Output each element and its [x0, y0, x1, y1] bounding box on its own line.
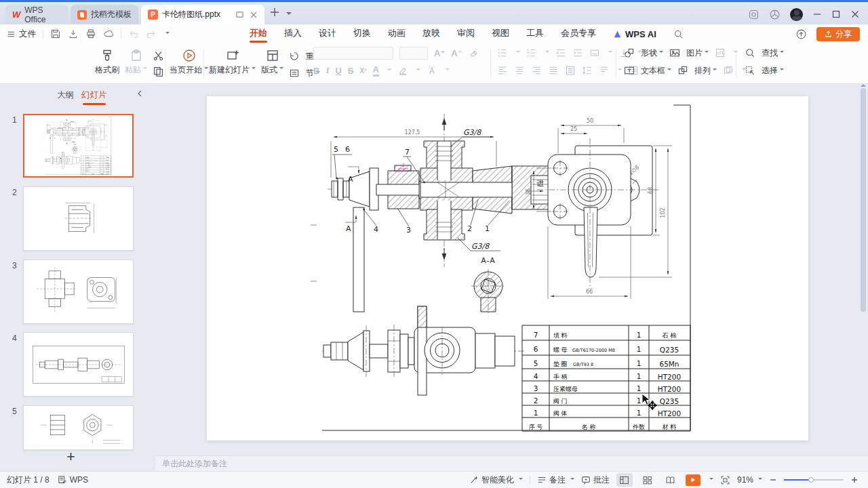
align-center-icon[interactable] — [514, 65, 525, 76]
distribute-icon[interactable] — [565, 65, 576, 76]
line-spacing-icon[interactable] — [582, 65, 593, 76]
zoom-slider-knob[interactable] — [808, 477, 814, 483]
slide-sorter-view-button[interactable] — [639, 473, 656, 487]
tab-design[interactable]: 设计 — [319, 24, 336, 43]
bold-button[interactable]: B — [313, 66, 319, 76]
tab-insert[interactable]: 插入 — [284, 24, 302, 43]
tab-animation[interactable]: 动画 — [388, 24, 406, 43]
tab-slideshow[interactable]: 放映 — [422, 24, 440, 43]
slide-thumbnail-1[interactable] — [23, 114, 134, 178]
add-slide-button[interactable]: + — [66, 450, 75, 464]
redo-icon[interactable] — [146, 28, 157, 39]
increase-indent-icon[interactable] — [572, 47, 583, 58]
spellcheck-status[interactable]: WPS — [58, 475, 88, 485]
find-button[interactable]: 查找 — [745, 46, 784, 60]
align-left-icon[interactable] — [497, 65, 508, 76]
comments-button[interactable]: 批注 — [581, 474, 610, 486]
zoom-slider[interactable] — [784, 479, 844, 481]
slide-layout-button[interactable]: 版式 — [261, 46, 283, 76]
phonetic-guide-icon[interactable] — [427, 65, 437, 76]
share-button[interactable]: 分享 — [816, 27, 860, 41]
minimize-button[interactable] — [812, 9, 822, 19]
slide-thumbnail-3[interactable] — [23, 260, 134, 324]
slide-canvas[interactable] — [207, 96, 808, 441]
zoom-out-button[interactable] — [769, 476, 777, 484]
decrease-font-button[interactable]: A⁻ — [451, 48, 462, 58]
bullet-list-icon[interactable] — [497, 47, 508, 58]
undo-icon[interactable] — [128, 28, 139, 39]
tab-home[interactable]: 开始 — [250, 24, 267, 43]
new-slide-button[interactable]: 新建幻灯片 — [209, 46, 256, 76]
italic-button[interactable]: I — [326, 65, 329, 76]
slide-thumbnail-4[interactable] — [23, 332, 134, 396]
font-family-select[interactable] — [313, 47, 393, 60]
cut-button[interactable] — [153, 50, 164, 62]
cloud-sync-icon[interactable] — [103, 28, 114, 39]
reading-view-button[interactable] — [663, 473, 679, 487]
scroll-up-arrow[interactable] — [861, 81, 866, 87]
slide-thumbnail-5[interactable] — [23, 405, 134, 450]
zoom-in-button[interactable] — [850, 476, 859, 484]
notes-pane[interactable]: 单击此处添加备注 — [155, 455, 868, 471]
strikethrough-button[interactable]: S — [348, 66, 354, 76]
fit-slide-icon[interactable] — [720, 475, 730, 485]
smart-beautify-button[interactable]: 智能美化 — [469, 474, 523, 486]
tab-list-dropdown[interactable] — [286, 12, 292, 18]
tab-wps-home[interactable]: W WPS Office — [5, 5, 68, 24]
history-dropdown[interactable] — [165, 32, 170, 36]
tab-membership[interactable]: 会员专享 — [561, 24, 596, 43]
close-window-button[interactable] — [850, 9, 860, 19]
collapse-panel-icon[interactable] — [136, 89, 144, 98]
paste-button[interactable]: 粘贴 — [125, 46, 147, 76]
detach-window-icon[interactable] — [235, 10, 244, 19]
search-icon[interactable] — [673, 29, 684, 39]
arrange-button[interactable]: 排列 — [677, 64, 717, 77]
align-right-icon[interactable] — [531, 65, 542, 76]
merge-shapes-button[interactable] — [723, 64, 746, 77]
close-tab-icon[interactable] — [250, 11, 258, 19]
theme-icon[interactable] — [769, 9, 781, 20]
user-avatar[interactable] — [790, 8, 803, 21]
save-icon[interactable] — [50, 28, 61, 39]
copy-button[interactable] — [153, 66, 164, 77]
tab-document[interactable]: P 卡伦特图纸.pptx — [141, 5, 264, 24]
underline-button[interactable]: U — [335, 66, 341, 76]
character-border-icon[interactable] — [589, 47, 600, 58]
tab-review[interactable]: 审阅 — [457, 24, 475, 43]
shapes-button[interactable]: 形状 — [624, 46, 663, 60]
chart-button[interactable] — [715, 46, 738, 60]
slideshow-play-button[interactable] — [686, 474, 701, 486]
wps-ai-button[interactable]: WPS AI — [613, 29, 656, 39]
clear-format-icon[interactable] — [469, 47, 479, 58]
normal-view-button[interactable] — [616, 473, 633, 487]
select-button[interactable]: 选择 — [745, 64, 784, 77]
decrease-indent-icon[interactable] — [555, 47, 566, 58]
picture-button[interactable]: 图片 — [669, 46, 709, 60]
workspace-icon[interactable] — [748, 9, 760, 20]
upload-cloud-icon[interactable] — [795, 28, 807, 40]
font-size-select[interactable] — [399, 47, 428, 60]
export-icon[interactable] — [68, 28, 79, 39]
print-icon[interactable] — [85, 28, 96, 39]
highlight-color-icon[interactable] — [397, 65, 408, 76]
slide-thumbnail-2[interactable] — [23, 186, 134, 251]
font-color-button[interactable]: A — [373, 64, 379, 77]
maximize-button[interactable] — [831, 9, 841, 19]
textbox-button[interactable]: 文本框 — [624, 64, 671, 77]
tab-tools[interactable]: 工具 — [526, 24, 544, 43]
numbered-list-icon[interactable] — [526, 47, 537, 58]
play-options-dropdown[interactable] — [709, 478, 713, 482]
increase-font-button[interactable]: A⁺ — [434, 48, 445, 58]
tab-slides[interactable]: 幻灯片 — [81, 89, 107, 101]
paragraph-spacing-icon[interactable] — [599, 65, 610, 76]
play-from-current-button[interactable]: 当页开始 — [170, 46, 208, 76]
new-tab-button[interactable] — [270, 7, 279, 17]
tab-view[interactable]: 视图 — [492, 24, 509, 43]
notes-toggle-button[interactable]: 备注 — [537, 474, 574, 486]
justify-icon[interactable] — [548, 65, 559, 76]
file-menu[interactable]: 文件 — [7, 28, 36, 40]
zoom-level[interactable]: 91% — [737, 475, 762, 485]
tab-outline[interactable]: 大纲 — [57, 89, 74, 101]
superscript-button[interactable]: X² — [360, 67, 367, 75]
tab-docer-templates[interactable]: 找稻壳模板 — [71, 5, 138, 24]
